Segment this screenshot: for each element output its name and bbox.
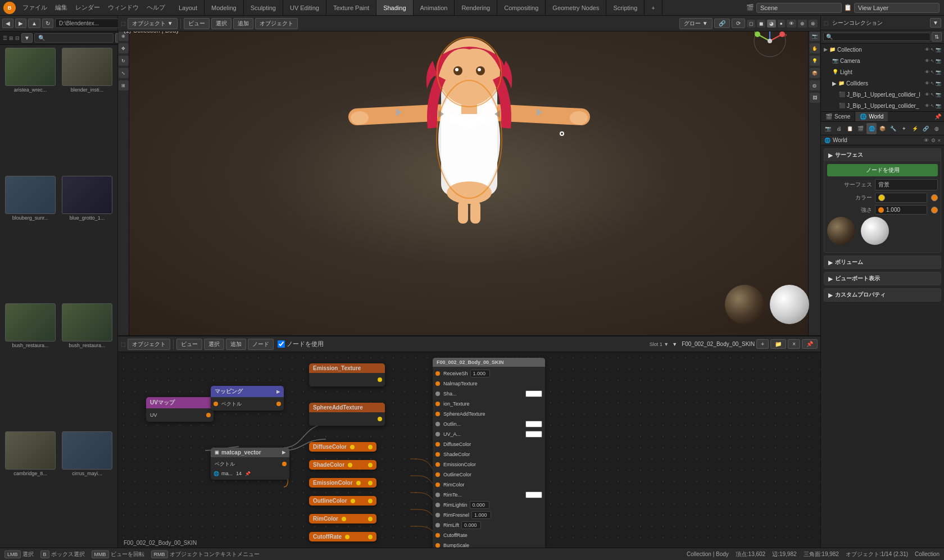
menu-edit[interactable]: 編集 — [52, 2, 71, 13]
transform-pivot-icon[interactable]: ⊗ — [809, 20, 818, 28]
output-props-icon[interactable]: 🖨 — [834, 123, 843, 134]
view-layer-icon[interactable]: 📋 — [845, 123, 855, 134]
node-add-btn[interactable]: 追加 — [226, 339, 246, 350]
node-node-btn[interactable]: ノード — [248, 339, 274, 350]
visibility-icon[interactable]: 👁 — [925, 70, 929, 75]
rc-out-socket[interactable] — [368, 517, 373, 521]
vector-output-socket[interactable] — [276, 402, 281, 406]
nav-reload-button[interactable]: ↻ — [42, 19, 53, 28]
tab-shading[interactable]: Shading — [376, 0, 413, 15]
list-item[interactable]: blender_insti... — [60, 48, 115, 174]
dc-in-socket[interactable] — [350, 445, 355, 449]
glow-btn[interactable]: グロー ▼ — [679, 18, 712, 29]
constraints-icon[interactable]: 🔗 — [921, 123, 931, 134]
oc-in-socket[interactable] — [351, 499, 355, 503]
outliner-item-camera[interactable]: 📷 Camera 👁 ↖ 📷 — [821, 55, 944, 66]
selectable-icon[interactable]: ↖ — [931, 70, 934, 75]
scene-props-icon[interactable]: 🎬 — [856, 123, 865, 134]
tab-scripting[interactable]: Scripting — [606, 0, 645, 15]
node-matcap-vector[interactable]: ▣ matcap_vector ▶ ベクトル 🌐 ma... 14 — [211, 448, 289, 480]
tab-rendering[interactable]: Rendering — [455, 0, 497, 15]
rimfresnel-socket[interactable] — [435, 513, 440, 517]
node-matcap-collapse[interactable]: ▶ — [282, 450, 285, 455]
selectable-icon[interactable]: ↖ — [931, 103, 934, 108]
world-close-btn[interactable]: × — [938, 138, 941, 143]
material-icon[interactable]: ◍ — [810, 80, 820, 90]
sc-out-socket[interactable] — [368, 463, 373, 467]
rim-color-socket[interactable] — [435, 482, 440, 487]
tab-geometry-nodes[interactable]: Geometry Nodes — [546, 0, 606, 15]
render-icon[interactable]: 📷 — [936, 81, 941, 86]
particles-icon[interactable]: ✦ — [900, 123, 909, 134]
volume-section-header[interactable]: ▶ ボリューム — [824, 256, 941, 268]
rimte-socket[interactable] — [435, 493, 440, 497]
rimlift-value[interactable]: 0.000 — [461, 521, 481, 529]
nav-back-button[interactable]: ◀ — [2, 19, 13, 28]
selectable-icon[interactable]: ↖ — [931, 58, 934, 63]
visibility-icon[interactable]: 👁 — [925, 58, 929, 63]
node-select-btn[interactable]: 選択 — [204, 339, 224, 350]
tab-add[interactable]: + — [645, 0, 662, 15]
material-close-btn[interactable]: × — [788, 339, 800, 349]
camera-icon[interactable]: 📷 — [810, 31, 820, 41]
add-menu-btn[interactable]: 追加 — [233, 18, 253, 29]
node-cutoff-rate[interactable]: CutoffRate — [309, 532, 376, 541]
node-uvmap[interactable]: UVマップ UV — [146, 397, 214, 422]
tab-animation[interactable]: Animation — [414, 0, 455, 15]
tab-uv-editing[interactable]: UV Editing — [283, 0, 326, 15]
rc-in-socket[interactable] — [342, 517, 346, 521]
ec-out-socket[interactable] — [368, 481, 373, 485]
filter-outliner-btn[interactable]: ▼ — [930, 18, 941, 28]
list-item[interactable]: cirrus_mayi... — [60, 431, 115, 558]
sc-in-socket[interactable] — [348, 463, 352, 467]
et-out-socket[interactable] — [378, 377, 382, 382]
color-field[interactable] — [875, 193, 927, 203]
nav-forward-button[interactable]: ▶ — [15, 19, 26, 28]
outliner-item-colliders[interactable]: ▶ 📁 Colliders 👁 ↖ 📷 — [821, 78, 944, 89]
object-mode-btn[interactable]: オブジェクト ▼ — [128, 18, 178, 29]
collection-icon[interactable]: 📦 — [810, 68, 820, 78]
world-settings-btn[interactable]: ⚙ — [931, 138, 936, 143]
world-tab[interactable]: 🌐 World — [855, 112, 888, 121]
prop-pin-btn[interactable]: 📌 — [932, 112, 944, 121]
shade-color-socket[interactable] — [435, 452, 440, 457]
node-outline-color[interactable]: OutlineColor — [309, 496, 376, 506]
node-object-btn[interactable]: オブジェクト — [128, 339, 170, 350]
nalmap-socket[interactable] — [435, 381, 440, 386]
uv-output-socket[interactable] — [206, 413, 211, 417]
render-icon[interactable]: 📷 — [936, 70, 941, 75]
visibility-icon[interactable]: 👁 — [925, 47, 929, 52]
node-emission-texture[interactable]: Emission_Texture — [309, 363, 385, 386]
sha-swatch[interactable] — [525, 390, 542, 397]
tab-sculpting[interactable]: Sculpting — [244, 0, 283, 15]
node-rim-color[interactable]: RimColor — [309, 514, 376, 523]
scene-tab[interactable]: 🎬 Scene — [821, 112, 855, 121]
node-matcap-check[interactable]: ▣ — [215, 450, 219, 455]
ec-in-socket[interactable] — [356, 481, 361, 485]
render-icon[interactable]: 🖼 — [810, 93, 820, 103]
material-browse-btn[interactable]: 📁 — [770, 339, 786, 349]
rimlift-socket[interactable] — [435, 523, 440, 527]
selectable-icon[interactable]: ↖ — [931, 92, 934, 97]
3d-viewport[interactable]: ⬚ オブジェクト ▼ ビュー 選択 追加 オブジェクト グロー ▼ 🔗 ⟳ ◻ … — [118, 16, 820, 335]
render-icon[interactable]: 📷 — [936, 58, 941, 63]
st-out-socket[interactable] — [378, 417, 382, 421]
render-icon[interactable]: 📷 — [936, 103, 941, 108]
material-icon[interactable]: ◍ — [932, 123, 942, 134]
scene-select[interactable] — [756, 3, 842, 13]
surface-type-field[interactable]: 背景 — [875, 179, 938, 190]
strength-dot[interactable] — [931, 194, 938, 201]
selectable-icon[interactable]: ↖ — [931, 81, 934, 86]
visibility-icon[interactable]: 👁 — [925, 103, 929, 108]
list-item[interactable]: blouberg_sunr... — [3, 176, 58, 302]
node-sphere-texture[interactable]: SphereAddTexture — [309, 403, 385, 426]
outliner-item-light[interactable]: 💡 Light 👁 ↖ 📷 — [821, 66, 944, 78]
emission-color-socket[interactable] — [435, 462, 440, 467]
receive-sh-socket[interactable] — [435, 371, 440, 376]
menu-file[interactable]: ファイル — [19, 2, 51, 13]
bumpscale-socket[interactable] — [435, 543, 440, 548]
tab-modeling[interactable]: Modeling — [205, 0, 244, 15]
node-emission-color[interactable]: EmissionColor — [309, 478, 376, 488]
list-item[interactable]: blue_grotto_1... — [60, 176, 115, 302]
dc-out-socket[interactable] — [368, 445, 373, 449]
